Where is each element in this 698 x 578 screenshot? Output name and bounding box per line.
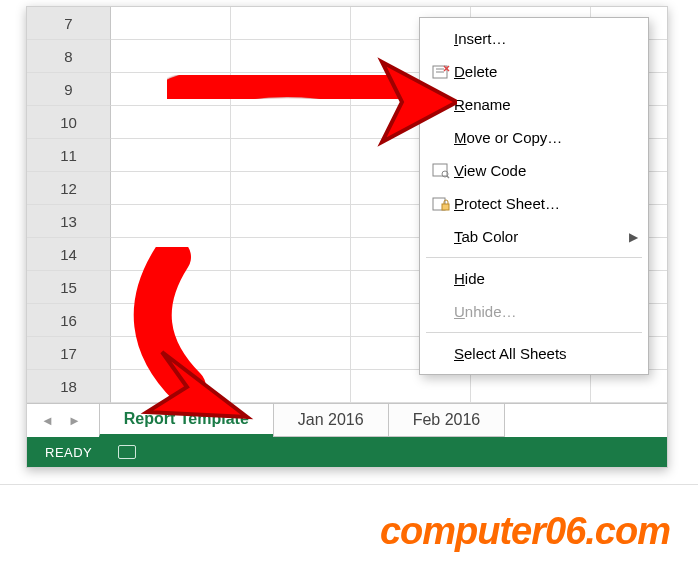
row-header[interactable]: 13 — [27, 205, 111, 238]
cell[interactable] — [111, 370, 231, 403]
cell[interactable] — [231, 238, 351, 271]
submenu-arrow-icon: ▶ — [623, 230, 638, 244]
blank-icon — [428, 345, 454, 363]
blank-icon — [428, 30, 454, 48]
ctx-move-copy[interactable]: Move or Copy… — [420, 121, 648, 154]
ctx-separator — [426, 257, 642, 258]
sheet-tabstrip: ◄ ► Report Template Jan 2016 Feb 2016 — [27, 403, 667, 437]
sheet-tab[interactable]: Jan 2016 — [273, 404, 389, 437]
ctx-select-all-sheets[interactable]: Select All Sheets — [420, 337, 648, 370]
ctx-hide[interactable]: Hide — [420, 262, 648, 295]
svg-rect-9 — [442, 204, 449, 210]
row-header[interactable]: 16 — [27, 304, 111, 337]
ctx-insert[interactable]: Insert… — [420, 22, 648, 55]
svg-rect-5 — [433, 164, 447, 176]
blank-icon — [428, 303, 454, 321]
tab-nav-next-icon[interactable]: ► — [68, 413, 81, 428]
cell[interactable] — [111, 337, 231, 370]
blank-icon — [428, 270, 454, 288]
row-header[interactable]: 18 — [27, 370, 111, 403]
row-header[interactable]: 11 — [27, 139, 111, 172]
status-ready-label: READY — [45, 445, 92, 460]
cell[interactable] — [231, 337, 351, 370]
row-header[interactable]: 14 — [27, 238, 111, 271]
cell[interactable] — [111, 172, 231, 205]
excel-window: 7 8 9 10 11 12 13 14 15 16 17 18 ◄ ► Rep… — [26, 6, 668, 468]
tab-nav-prev-icon[interactable]: ◄ — [41, 413, 54, 428]
cell[interactable] — [231, 106, 351, 139]
sheet-context-menu: Insert… Delete Rename Move or Copy… View… — [419, 17, 649, 375]
row-header[interactable]: 7 — [27, 7, 111, 40]
row-header[interactable]: 10 — [27, 106, 111, 139]
cell[interactable] — [231, 172, 351, 205]
cell[interactable] — [111, 73, 231, 106]
ctx-protect-sheet[interactable]: Protect Sheet… — [420, 187, 648, 220]
cell[interactable] — [231, 7, 351, 40]
row-header[interactable]: 17 — [27, 337, 111, 370]
ctx-tab-color[interactable]: Tab Color ▶ — [420, 220, 648, 253]
watermark-footer: computer06.com — [0, 484, 698, 578]
ctx-delete[interactable]: Delete — [420, 55, 648, 88]
row-header[interactable]: 8 — [27, 40, 111, 73]
svg-line-7 — [447, 176, 449, 178]
ctx-separator — [426, 332, 642, 333]
blank-icon — [428, 129, 454, 147]
watermark-text: computer06.com — [380, 510, 670, 553]
cell[interactable] — [231, 205, 351, 238]
cell[interactable] — [231, 40, 351, 73]
ctx-rename[interactable]: Rename — [420, 88, 648, 121]
view-code-icon — [428, 162, 454, 180]
row-header[interactable]: 9 — [27, 73, 111, 106]
delete-sheet-icon — [428, 63, 454, 81]
cell[interactable] — [111, 205, 231, 238]
row-header[interactable]: 15 — [27, 271, 111, 304]
cell[interactable] — [231, 73, 351, 106]
sheet-tab-active[interactable]: Report Template — [99, 404, 274, 437]
cell[interactable] — [111, 7, 231, 40]
ctx-unhide: Unhide… — [420, 295, 648, 328]
status-bar: READY — [27, 437, 667, 467]
cell[interactable] — [111, 139, 231, 172]
cell[interactable] — [111, 106, 231, 139]
cell[interactable] — [111, 238, 231, 271]
cell[interactable] — [111, 304, 231, 337]
row-header[interactable]: 12 — [27, 172, 111, 205]
sheet-tab[interactable]: Feb 2016 — [388, 404, 506, 437]
cell[interactable] — [231, 370, 351, 403]
protect-sheet-icon — [428, 195, 454, 213]
blank-icon — [428, 228, 454, 246]
cell[interactable] — [111, 40, 231, 73]
macro-record-icon[interactable] — [118, 445, 136, 459]
ctx-view-code[interactable]: View Code — [420, 154, 648, 187]
cell[interactable] — [231, 139, 351, 172]
cell[interactable] — [111, 271, 231, 304]
cell[interactable] — [231, 304, 351, 337]
blank-icon — [428, 96, 454, 114]
cell[interactable] — [231, 271, 351, 304]
tab-nav: ◄ ► — [37, 404, 99, 437]
